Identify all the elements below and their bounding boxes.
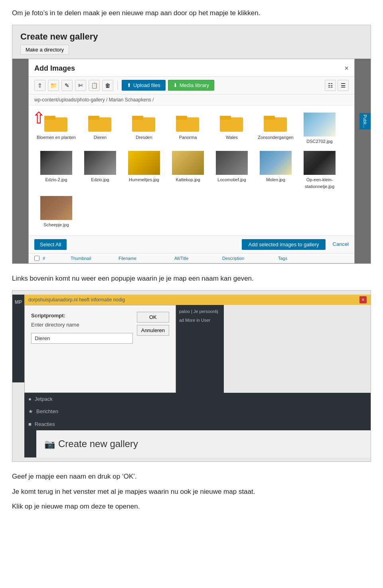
edit-button[interactable]: ✎: [61, 80, 73, 91]
folder-item[interactable]: Dresden: [122, 109, 166, 148]
col-alltitle: All/Title: [174, 255, 206, 262]
folder-name: Zonsondergangen: [258, 135, 293, 140]
select-all-button[interactable]: Select All: [34, 239, 67, 250]
breadcrumb: wp-content/uploads/photo-gallery / Maria…: [29, 95, 354, 105]
file-name: Locomotief.jpg: [217, 177, 246, 182]
file-thumbnail: [172, 151, 204, 175]
modal-title: Add Images: [34, 63, 75, 74]
sidebar-item-jetpack[interactable]: ● Jetpack: [24, 393, 371, 406]
svg-rect-7: [176, 116, 187, 120]
sidebar-item-reacties[interactable]: ■ Reacties: [24, 418, 371, 431]
file-name: DSC2702.jpg: [306, 139, 332, 144]
screenshot2-inner: MP dorpshuisjulianadorp.nl heeft informa…: [12, 291, 371, 462]
upload-files-label: Upload files: [133, 82, 160, 88]
file-name: Edzio-2.jpg: [45, 177, 67, 182]
sidebar-item-berichten[interactable]: ★ Berichten: [24, 405, 371, 418]
berichten-label: Berichten: [36, 408, 58, 416]
page-wrapper: Om je foto’s in te delen maak je een nie…: [0, 0, 383, 520]
svg-rect-3: [88, 116, 99, 120]
browser-bar-text: dorpshuisjulianadorp.nl heeft informatie…: [28, 296, 125, 303]
jetpack-icon: ●: [28, 395, 32, 403]
modal-toolbar: ⇧ 📁 ✎ ✄ 📋 🗑 ⬆ Upload files ⬇ Media libra…: [29, 77, 354, 95]
col-description: Description: [222, 255, 262, 262]
delete-button[interactable]: 🗑: [102, 80, 113, 91]
file-item[interactable]: Op-een-klein-stationnetje.jpg: [298, 148, 342, 193]
reacties-icon: ■: [28, 420, 32, 428]
media-library-label: Media library: [180, 82, 209, 88]
folder-item[interactable]: Panorma: [166, 109, 210, 148]
file-name: Edzio.jpg: [91, 177, 109, 182]
file-name: Molen.jpg: [266, 177, 285, 182]
instruction-text-2: Geef je mapje een naam en druk op ‘OK’.: [12, 471, 371, 482]
reacties-label: Reacties: [35, 420, 55, 428]
file-item[interactable]: Scheepje.jpg: [34, 193, 78, 232]
gallery-label: Create new gallery: [16, 28, 367, 43]
file-item[interactable]: Hummeltjes.jpg: [122, 148, 166, 193]
file-item[interactable]: Kattekop.jpg: [166, 148, 210, 193]
file-item[interactable]: Edzio-2.jpg: [34, 148, 78, 193]
folder-item[interactable]: Bloemen en planten: [34, 109, 78, 148]
make-directory-button[interactable]: Make a directory: [20, 45, 69, 55]
folder-name: Panorma: [179, 135, 197, 140]
col-tags: Tags: [278, 255, 302, 262]
file-thumbnail: [40, 196, 72, 220]
right-sidebar-strip: paloo | Je persoonlij ad More in User: [176, 305, 224, 393]
browser-info-bar: dorpshuisjulianadorp.nl heeft informatie…: [24, 295, 371, 305]
screenshot2-main: dorpshuisjulianadorp.nl heeft informatie…: [24, 295, 371, 458]
camera-icon: 📷: [44, 438, 55, 451]
folder-item[interactable]: Zonsondergangen: [254, 109, 298, 148]
cancel-button[interactable]: Annuleren: [137, 325, 169, 336]
cancel-link[interactable]: Cancel: [333, 240, 349, 248]
modal-footer: Select All Add selected images to galler…: [29, 236, 354, 253]
screenshot2-block: MP dorpshuisjulianadorp.nl heeft informa…: [12, 290, 371, 462]
folder-name: Bloemen en planten: [37, 135, 76, 140]
svg-rect-11: [264, 116, 275, 120]
file-name: Hummeltjes.jpg: [129, 177, 159, 182]
col-filename: Filename: [118, 255, 158, 262]
ok-button[interactable]: OK: [137, 312, 169, 323]
list-view-button[interactable]: ☰: [338, 80, 349, 91]
select-all-checkbox[interactable]: [34, 255, 39, 262]
file-name: Op-een-klein-stationnetje.jpg: [305, 177, 334, 189]
dialog-content: Scriptprompt: Enter directory name: [31, 312, 133, 344]
cut-button[interactable]: ✄: [75, 80, 86, 91]
file-thumbnail: [84, 151, 116, 175]
modal-overlay: Add Images × ⇧ 📁 ✎ ✄ 📋 🗑 ⬆ Upload files: [12, 59, 371, 264]
browser-close-button[interactable]: ×: [359, 296, 367, 303]
upload-files-button[interactable]: ⬆ Upload files: [122, 80, 166, 91]
file-thumbnail: [216, 151, 248, 175]
berichten-icon: ★: [28, 408, 33, 416]
modal-close-button[interactable]: ×: [344, 64, 349, 73]
mp-label: MP: [15, 299, 22, 306]
scriptprompt-label: Scriptprompt:: [31, 312, 133, 320]
add-images-modal: Add Images × ⇧ 📁 ✎ ✄ 📋 🗑 ⬆ Upload files: [28, 59, 355, 264]
file-thumbnail: [304, 151, 336, 175]
dialog-content-row: Scriptprompt: Enter directory name OK An…: [31, 312, 169, 344]
directory-name-input[interactable]: [31, 333, 133, 344]
nav-up-button[interactable]: ⇧: [34, 80, 45, 91]
screenshot1-block: Create new gallery Make a directory Add …: [12, 25, 371, 264]
file-item[interactable]: Locomotief.jpg: [210, 148, 254, 193]
add-to-gallery-button[interactable]: Add selected images to gallery: [242, 239, 325, 250]
copy-button[interactable]: 📋: [89, 80, 100, 91]
media-library-button[interactable]: ⬇ Media library: [168, 80, 214, 91]
dialog-buttons: OK Annuleren: [137, 312, 169, 336]
create-gallery-heading: 📷 Create new gallery: [44, 437, 363, 451]
download-icon: ⬇: [173, 82, 178, 88]
script-prompt-dialog: Scriptprompt: Enter directory name OK An…: [24, 305, 176, 393]
svg-rect-9: [220, 116, 231, 120]
create-gallery-section: 📷 Create new gallery: [36, 430, 371, 457]
sidebar-strip-left: MP: [12, 295, 24, 382]
folder-item[interactable]: Dieren: [78, 109, 122, 148]
grid-view-button[interactable]: ☷: [325, 80, 336, 91]
file-item[interactable]: DSC2702.jpg: [298, 109, 342, 148]
file-item[interactable]: Molen.jpg: [254, 148, 298, 193]
instruction-text-3: Je komt terug in het venster met al je m…: [12, 487, 371, 497]
svg-rect-5: [132, 116, 143, 120]
file-item[interactable]: Edzio.jpg: [78, 148, 122, 193]
file-grid: Bloemen en planten Dieren: [29, 105, 354, 236]
toolbar-separator: [117, 81, 118, 90]
folder-button[interactable]: 📁: [48, 80, 59, 91]
folder-item[interactable]: Wales: [210, 109, 254, 148]
file-thumbnail: [260, 151, 292, 175]
